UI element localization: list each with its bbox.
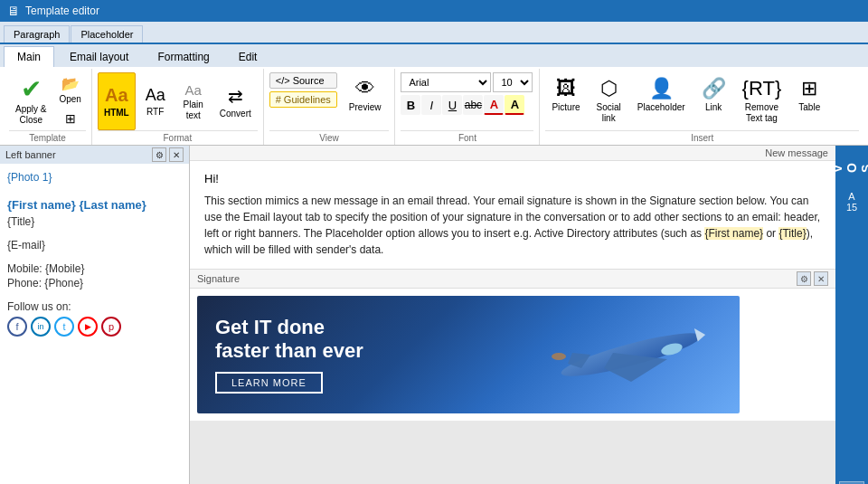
youtube-icon[interactable]: ▶ bbox=[78, 317, 98, 337]
open-label: Open bbox=[59, 94, 80, 104]
placeholder-label: Placeholder bbox=[637, 102, 685, 112]
social-link-label: Sociallink bbox=[597, 102, 621, 124]
preview-label: Preview bbox=[349, 102, 382, 112]
left-banner-label: Left banner bbox=[5, 149, 56, 160]
banner-image: Get IT done faster than ever LEARN MORE bbox=[197, 296, 740, 413]
font-color-button[interactable]: A bbox=[484, 95, 504, 115]
rtf-button[interactable]: Aa RTF bbox=[137, 72, 174, 130]
tab-email-layout[interactable]: Email layout bbox=[56, 46, 142, 67]
tab-edit[interactable]: Edit bbox=[225, 46, 271, 67]
tab-formatting[interactable]: Formatting bbox=[144, 46, 222, 67]
template-group: ✔ Apply &Close 📂 Open ⊞ Template bbox=[4, 69, 92, 145]
name-placeholder[interactable]: {First name} {Last name} bbox=[7, 198, 182, 212]
ribbon-tab-bar: Paragraph Placeholder bbox=[0, 22, 868, 44]
pinterest-icon[interactable]: p bbox=[101, 317, 121, 337]
paragraph-group-tab[interactable]: Paragraph bbox=[4, 25, 70, 43]
settings-icon-btn[interactable]: ⚙ bbox=[152, 147, 166, 162]
check-icon: ✔ bbox=[21, 77, 42, 102]
right-panel-number: A15 bbox=[846, 191, 857, 213]
picture-label: Picture bbox=[552, 102, 580, 112]
strikethrough-button[interactable]: abc bbox=[463, 95, 483, 115]
twitter-icon[interactable]: t bbox=[54, 317, 74, 337]
view-group: </> Source # Guidelines 👁 Preview View bbox=[264, 69, 396, 145]
highlight-firstname: {First name} bbox=[704, 227, 763, 240]
photo-placeholder[interactable]: {Photo 1} bbox=[7, 171, 182, 184]
open-button[interactable]: 📂 Open bbox=[54, 72, 85, 107]
remove-text-tag-button[interactable]: {RT} RemoveText tag bbox=[736, 72, 788, 128]
preview-icon: 👁 bbox=[355, 77, 375, 100]
html-button[interactable]: Aa HTML bbox=[98, 72, 136, 130]
highlight-title: {Title} bbox=[778, 227, 806, 240]
signature-bar: Signature ⚙ ✕ bbox=[190, 270, 835, 289]
html-icon: Aa bbox=[105, 85, 128, 106]
source-button[interactable]: </> Source bbox=[269, 72, 337, 89]
placeholder-icon: 👤 bbox=[649, 77, 674, 100]
rtf-label: RTF bbox=[146, 107, 164, 117]
view-group-label: View bbox=[269, 130, 390, 143]
left-panel: Left banner ⚙ ✕ {Photo 1} {First name} {… bbox=[0, 146, 190, 484]
linkedin-icon[interactable]: in bbox=[31, 317, 51, 337]
convert-button[interactable]: ⇄ Convert bbox=[213, 72, 258, 130]
editor-area: New message Hi! This section mimics a ne… bbox=[190, 146, 835, 484]
plain-text-icon: Aa bbox=[185, 82, 202, 98]
format-group-label: Format bbox=[98, 130, 258, 143]
bold-button[interactable]: B bbox=[401, 95, 420, 115]
picture-icon: 🖼 bbox=[556, 77, 576, 100]
font-highlight-button[interactable]: A bbox=[505, 95, 524, 115]
banner-text: Get IT done faster than ever LEARN MORE bbox=[197, 316, 382, 394]
email-placeholder: {E-mail} bbox=[7, 239, 182, 251]
facebook-icon[interactable]: f bbox=[7, 317, 27, 337]
left-panel-header: Left banner ⚙ ✕ bbox=[0, 146, 189, 164]
guidelines-icon: # bbox=[276, 94, 281, 105]
banner-jet-image bbox=[541, 309, 722, 400]
title-text: Template editor bbox=[25, 5, 99, 17]
banner-cta-button[interactable]: LEARN MORE bbox=[215, 372, 323, 394]
insert-group: 🖼 Picture ⬡ Sociallink 👤 Placeholder 🔗 L… bbox=[540, 69, 864, 145]
email-body[interactable]: Hi! This section mimics a new message in… bbox=[190, 161, 835, 270]
table-button[interactable]: ⊞ Table bbox=[791, 72, 827, 117]
banner-headline-2: faster than ever bbox=[215, 339, 363, 363]
tab-main[interactable]: Main bbox=[4, 46, 54, 67]
stack-icon-button[interactable]: ⊞ bbox=[54, 109, 85, 128]
preview-button[interactable]: 👁 Preview bbox=[341, 72, 390, 117]
link-button[interactable]: 🔗 Link bbox=[695, 72, 732, 117]
placeholder-button[interactable]: 👤 Placeholder bbox=[631, 72, 692, 117]
insert-group-label: Insert bbox=[545, 130, 859, 143]
new-message-label: New message bbox=[765, 147, 828, 158]
svg-point-5 bbox=[552, 353, 566, 360]
font-family-select[interactable]: Arial Times New Roman Verdana bbox=[401, 72, 491, 92]
signature-close-btn[interactable]: ✕ bbox=[814, 271, 828, 286]
banner-headline-1: Get IT done bbox=[215, 316, 363, 339]
open-icon: 📂 bbox=[61, 75, 80, 92]
italic-button[interactable]: I bbox=[421, 95, 441, 115]
social-link-icon: ⬡ bbox=[600, 77, 618, 100]
placeholder-group-tab[interactable]: Placeholder bbox=[71, 25, 143, 43]
guidelines-button[interactable]: # Guidelines bbox=[269, 91, 337, 108]
table-label: Table bbox=[798, 102, 820, 112]
picture-button[interactable]: 🖼 Picture bbox=[545, 72, 586, 117]
apply-close-button[interactable]: ✔ Apply &Close bbox=[9, 72, 52, 130]
source-label: Source bbox=[293, 75, 325, 86]
close-icon-btn[interactable]: ✕ bbox=[169, 147, 184, 162]
source-icon: </> bbox=[276, 75, 290, 86]
email-body-text: This section mimics a new message in an … bbox=[204, 193, 821, 258]
plain-text-label: Plaintext bbox=[184, 100, 203, 121]
main-area: Left banner ⚙ ✕ {Photo 1} {First name} {… bbox=[0, 146, 868, 484]
link-icon: 🔗 bbox=[702, 77, 726, 100]
plain-text-button[interactable]: Aa Plaintext bbox=[175, 72, 212, 130]
app-icon: 🖥 bbox=[7, 4, 20, 18]
social-link-button[interactable]: ⬡ Sociallink bbox=[590, 72, 627, 128]
underline-button[interactable]: U bbox=[442, 95, 462, 115]
convert-icon: ⇄ bbox=[228, 85, 243, 107]
link-label: Link bbox=[705, 102, 722, 112]
banner-area: Get IT done faster than ever LEARN MORE bbox=[190, 289, 835, 421]
signature-label: Signature bbox=[197, 273, 240, 284]
font-group: Arial Times New Roman Verdana 10 12 14 B… bbox=[395, 69, 540, 145]
signature-settings-btn[interactable]: ⚙ bbox=[797, 271, 811, 286]
guidelines-label: Guidelines bbox=[284, 94, 331, 105]
right-panel: VOS A15 S bbox=[835, 146, 868, 484]
ribbon-toolbar: ✔ Apply &Close 📂 Open ⊞ Template Aa HTML bbox=[0, 67, 868, 146]
template-group-label: Template bbox=[9, 130, 86, 143]
font-size-select[interactable]: 10 12 14 bbox=[493, 72, 533, 92]
remove-text-tag-label: RemoveText tag bbox=[745, 102, 778, 124]
